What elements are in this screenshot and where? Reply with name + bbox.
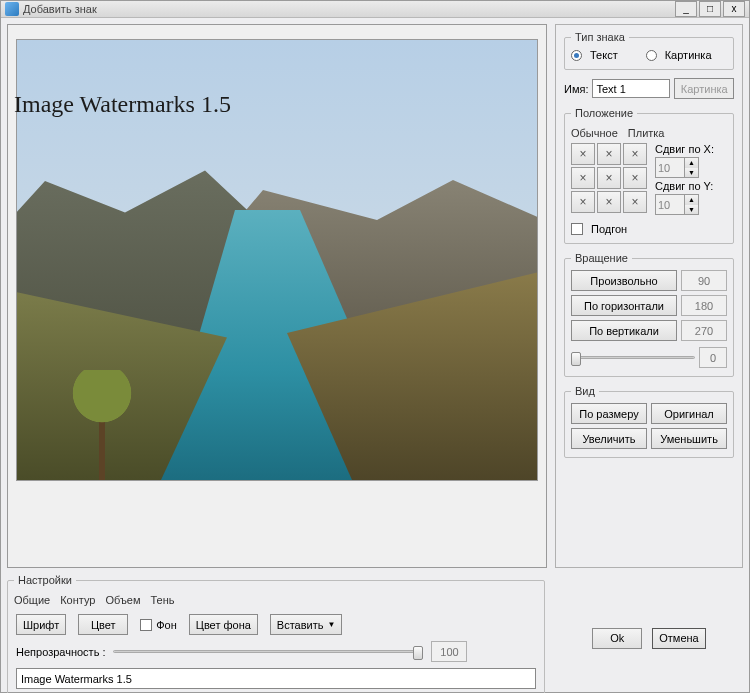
fit-label: Подгон — [591, 223, 627, 235]
image-button[interactable]: Картинка — [674, 78, 734, 99]
window-title: Добавить знак — [23, 3, 97, 15]
bg-color-button[interactable]: Цвет фона — [189, 614, 258, 635]
shift-x-up[interactable]: ▲ — [685, 158, 698, 168]
watermark-preview-text: Image Watermarks 1.5 — [14, 91, 231, 118]
minimize-button[interactable]: _ — [675, 1, 697, 17]
bg-label: Фон — [156, 619, 177, 631]
settings-group: Настройки Общие Контур Объем Тень Шрифт … — [7, 574, 545, 693]
bg-checkbox[interactable] — [140, 619, 152, 631]
rotate-180[interactable]: 180 — [681, 295, 727, 316]
anchor-mr[interactable]: × — [623, 167, 647, 189]
view-original[interactable]: Оригинал — [651, 403, 727, 424]
position-legend: Положение — [571, 107, 637, 119]
rotate-horizontal[interactable]: По горизонтали — [571, 295, 677, 316]
rotation-group: Вращение Произвольно 90 По горизонтали 1… — [564, 252, 734, 377]
insert-dropdown[interactable]: Вставить ▼ — [270, 614, 343, 635]
rotate-arbitrary[interactable]: Произвольно — [571, 270, 677, 291]
opacity-value: 100 — [431, 641, 467, 662]
app-icon — [5, 2, 19, 16]
shift-x-spinner[interactable]: ▲▼ — [655, 157, 699, 178]
shift-x-value[interactable] — [656, 158, 684, 177]
chevron-down-icon: ▼ — [327, 620, 335, 629]
rotate-vertical[interactable]: По вертикали — [571, 320, 677, 341]
position-group: Положение Обычное Плитка ××× ××× ××× Сдв… — [564, 107, 734, 244]
view-zoom-in[interactable]: Увеличить — [571, 428, 647, 449]
anchor-bc[interactable]: × — [597, 191, 621, 213]
tab-normal[interactable]: Обычное — [571, 127, 618, 139]
radio-text[interactable] — [571, 50, 582, 61]
opacity-label: Непрозрачность : — [16, 646, 105, 658]
anchor-tr[interactable]: × — [623, 143, 647, 165]
color-button[interactable]: Цвет — [78, 614, 128, 635]
output-text[interactable]: Image Watermarks 1.5 — [16, 668, 536, 689]
tab-general[interactable]: Общие — [14, 594, 50, 606]
anchor-br[interactable]: × — [623, 191, 647, 213]
view-legend: Вид — [571, 385, 599, 397]
close-button[interactable]: x — [723, 1, 745, 17]
shift-y-spinner[interactable]: ▲▼ — [655, 194, 699, 215]
shift-x-down[interactable]: ▼ — [685, 168, 698, 178]
anchor-bl[interactable]: × — [571, 191, 595, 213]
tab-shadow[interactable]: Тень — [150, 594, 174, 606]
name-input[interactable] — [592, 79, 670, 98]
shift-y-label: Сдвиг по Y: — [655, 180, 714, 192]
fit-checkbox[interactable] — [571, 223, 583, 235]
tab-contour[interactable]: Контур — [60, 594, 95, 606]
view-group: Вид По размеру Оригинал Увеличить Уменьш… — [564, 385, 734, 458]
type-legend: Тип знака — [571, 31, 629, 43]
rotate-270[interactable]: 270 — [681, 320, 727, 341]
anchor-mc[interactable]: × — [597, 167, 621, 189]
name-label: Имя: — [564, 83, 588, 95]
tab-volume[interactable]: Объем — [105, 594, 140, 606]
titlebar: Добавить знак _ □ x — [1, 1, 749, 18]
cancel-button[interactable]: Отмена — [652, 628, 705, 649]
radio-image-label: Картинка — [665, 49, 712, 61]
rotation-slider-value: 0 — [699, 347, 727, 368]
type-group: Тип знака Текст Картинка — [564, 31, 734, 70]
rotation-legend: Вращение — [571, 252, 632, 264]
font-button[interactable]: Шрифт — [16, 614, 66, 635]
radio-image[interactable] — [646, 50, 657, 61]
anchor-ml[interactable]: × — [571, 167, 595, 189]
radio-text-label: Текст — [590, 49, 618, 61]
opacity-slider[interactable] — [113, 643, 423, 661]
rotate-90[interactable]: 90 — [681, 270, 727, 291]
anchor-tl[interactable]: × — [571, 143, 595, 165]
anchor-grid: ××× ××× ××× — [571, 143, 647, 213]
ok-button[interactable]: Ok — [592, 628, 642, 649]
preview-panel: Image Watermarks 1.5 — [7, 24, 547, 568]
settings-legend: Настройки — [14, 574, 76, 586]
shift-x-label: Сдвиг по X: — [655, 143, 714, 155]
maximize-button[interactable]: □ — [699, 1, 721, 17]
shift-y-value[interactable] — [656, 195, 684, 214]
view-fit[interactable]: По размеру — [571, 403, 647, 424]
rotation-slider[interactable] — [571, 349, 695, 367]
tab-tile[interactable]: Плитка — [628, 127, 665, 139]
shift-y-up[interactable]: ▲ — [685, 195, 698, 205]
view-zoom-out[interactable]: Уменьшить — [651, 428, 727, 449]
anchor-tc[interactable]: × — [597, 143, 621, 165]
shift-y-down[interactable]: ▼ — [685, 205, 698, 215]
